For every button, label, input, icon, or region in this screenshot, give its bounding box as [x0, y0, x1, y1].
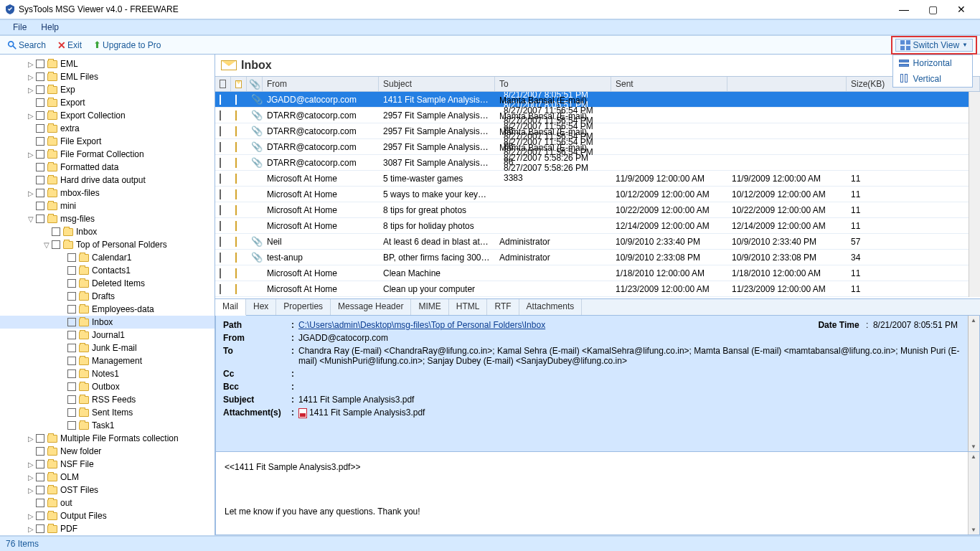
tree-item[interactable]: Inbox — [0, 225, 215, 238]
tab-message-header[interactable]: Message Header — [331, 299, 411, 315]
tree-checkbox[interactable] — [52, 227, 60, 236]
tree-expander[interactable]: ▷ — [26, 525, 36, 533]
tree-item[interactable]: ▷NSF File — [0, 458, 215, 471]
tree-checkbox[interactable] — [36, 124, 44, 133]
upgrade-button[interactable]: ⬆ Upgrade to Pro — [90, 38, 164, 52]
message-row[interactable]: Microsoft At Home8 tips for holiday phot… — [215, 218, 969, 234]
tab-properties[interactable]: Properties — [276, 299, 331, 315]
tree-item[interactable]: Notes1 — [0, 367, 215, 380]
tree-item[interactable]: Junk E-mail — [0, 342, 215, 354]
col-sent[interactable]: Sent — [611, 77, 727, 91]
tree-checkbox[interactable] — [36, 524, 44, 533]
tree-item[interactable]: Formatted data — [0, 161, 215, 174]
tab-mail[interactable]: Mail — [215, 299, 246, 316]
row-checkbox[interactable] — [220, 126, 221, 136]
exit-button[interactable]: ✕ Exit — [55, 38, 85, 52]
tree-item[interactable]: out — [0, 496, 215, 509]
tab-rtf[interactable]: RTF — [487, 299, 519, 315]
grid-scrollbar[interactable] — [969, 92, 980, 297]
tree-checkbox[interactable] — [36, 60, 44, 68]
tree-expander[interactable]: ▽ — [42, 241, 52, 249]
tree-checkbox[interactable] — [52, 240, 60, 249]
tree-expander[interactable]: ▽ — [26, 215, 36, 223]
row-checkbox[interactable] — [220, 221, 221, 231]
tree-checkbox[interactable] — [67, 305, 76, 314]
tree-checkbox[interactable] — [67, 253, 76, 262]
tree-item[interactable]: Hard drive data output — [0, 174, 215, 187]
tree-item[interactable]: Contacts1 — [0, 264, 215, 277]
row-checkbox[interactable] — [220, 284, 221, 294]
row-checkbox[interactable] — [220, 237, 221, 247]
tree-checkbox[interactable] — [67, 292, 76, 301]
switch-horizontal[interactable]: Horizontal — [893, 55, 972, 71]
tree-checkbox[interactable] — [36, 202, 44, 210]
tab-attachments[interactable]: Attachments — [519, 299, 583, 315]
tree-item[interactable]: mini — [0, 199, 215, 212]
tree-item[interactable]: extra — [0, 122, 215, 135]
tree-item[interactable]: ▷Multiple File Formats collection — [0, 432, 215, 445]
minimize-button[interactable]: — — [890, 4, 918, 15]
menu-help[interactable]: Help — [34, 21, 66, 34]
tree-checkbox[interactable] — [67, 331, 76, 339]
tree-checkbox[interactable] — [36, 163, 44, 171]
tree-item[interactable]: File Export — [0, 135, 215, 148]
tree-expander[interactable]: ▷ — [26, 73, 36, 81]
col-checkbox[interactable] — [215, 77, 231, 91]
tree-item[interactable]: ▷Output Files — [0, 509, 215, 522]
col-subject[interactable]: Subject — [379, 77, 495, 91]
row-checkbox[interactable] — [220, 158, 221, 168]
tree-checkbox[interactable] — [67, 421, 76, 430]
tree-checkbox[interactable] — [36, 447, 44, 456]
tree-expander[interactable]: ▷ — [26, 512, 36, 520]
tree-item[interactable]: Sent Items — [0, 406, 215, 419]
tree-item[interactable]: ▷OST Files — [0, 484, 215, 496]
message-row[interactable]: Microsoft At Home5 ways to make your key… — [215, 187, 969, 202]
tree-item[interactable]: Export — [0, 96, 215, 109]
tree-item[interactable]: ▷PDF — [0, 522, 215, 535]
tree-item[interactable]: Task1 — [0, 419, 215, 432]
tree-expander[interactable]: ▷ — [26, 151, 36, 159]
tree-item[interactable]: ▽Top of Personal Folders — [0, 238, 215, 251]
tree-checkbox[interactable] — [67, 408, 76, 417]
tree-item[interactable]: Journal1 — [0, 329, 215, 342]
tree-checkbox[interactable] — [36, 215, 44, 223]
tree-checkbox[interactable] — [36, 98, 44, 107]
col-to[interactable]: To — [495, 77, 611, 91]
maximize-button[interactable]: ▢ — [918, 4, 947, 15]
col-attachment[interactable]: 📎 — [247, 77, 263, 91]
tab-hex[interactable]: Hex — [246, 299, 276, 315]
tree-item[interactable]: Inbox — [0, 316, 215, 329]
tree-item[interactable]: ▷Export Collection — [0, 109, 215, 122]
switch-vertical[interactable]: Vertical — [893, 71, 972, 87]
tree-checkbox[interactable] — [36, 473, 44, 481]
tree-expander[interactable]: ▷ — [26, 435, 36, 443]
tree-item[interactable]: Drafts — [0, 290, 215, 303]
tree-expander[interactable]: ▷ — [26, 474, 36, 481]
tree-item[interactable]: Employees-data — [0, 303, 215, 316]
tree-checkbox[interactable] — [67, 382, 76, 391]
path-value[interactable]: C:\Users\admin\Desktop\msg-files\Top of … — [298, 320, 545, 330]
tree-item[interactable]: Deleted Items — [0, 277, 215, 290]
tree-expander[interactable]: ▷ — [26, 112, 36, 120]
row-checkbox[interactable] — [220, 110, 221, 121]
message-row[interactable]: Microsoft At HomeClean Machine1/18/2010 … — [215, 265, 969, 281]
message-row[interactable]: 📎DTARR@catocorp.com3087 Fit Sample Analy… — [215, 155, 969, 171]
tree-checkbox[interactable] — [36, 111, 44, 120]
tree-item[interactable]: ▽msg-files — [0, 212, 215, 225]
row-checkbox[interactable] — [220, 95, 221, 105]
tree-expander[interactable]: ▷ — [26, 189, 36, 197]
tree-expander[interactable]: ▷ — [26, 461, 36, 468]
tree-checkbox[interactable] — [36, 460, 44, 468]
tree-expander[interactable]: ▷ — [26, 60, 36, 68]
col-from[interactable]: From — [263, 77, 379, 91]
tree-checkbox[interactable] — [67, 279, 76, 288]
message-grid[interactable]: 📎JGADD@catocorp.com1411 Fit Sample Analy… — [215, 92, 969, 297]
tree-checkbox[interactable] — [67, 357, 76, 365]
message-row[interactable]: 📎test-anupBP, other firms facing 300 la.… — [215, 250, 969, 265]
col-envelope[interactable] — [231, 77, 247, 91]
col-received[interactable] — [727, 77, 847, 91]
tree-checkbox[interactable] — [36, 72, 44, 81]
row-checkbox[interactable] — [220, 189, 221, 199]
tree-item[interactable]: ▷EML Files — [0, 70, 215, 83]
tree-checkbox[interactable] — [36, 486, 44, 494]
